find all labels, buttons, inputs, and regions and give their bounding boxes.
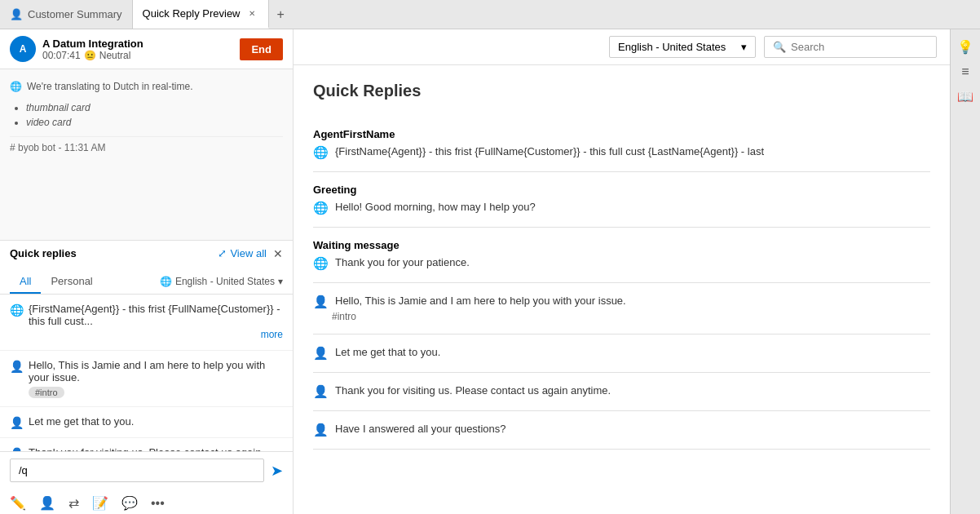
qr-item-text: Thank you for visiting us. Please contac…: [335, 384, 611, 397]
end-button[interactable]: End: [240, 38, 283, 60]
qr-item-label: Let me get that to you.: [29, 415, 134, 428]
compose-icon[interactable]: ✏️: [10, 495, 26, 511]
person-icon: 👤: [313, 384, 329, 399]
tab-quick-reply-preview-label: Quick Reply Preview: [143, 7, 241, 20]
qr-item-text: Hello! Good morning, how may I help you?: [335, 201, 536, 213]
qr-item-text: 👤 Hello, This is Jamie and I am here to …: [10, 359, 283, 398]
main-layout: A A Datum Integration 00:07:41 😐 Neutral…: [0, 29, 980, 514]
chat-input-row: ➤: [10, 459, 283, 482]
quick-replies-header: Quick replies ⤢ View all ✕: [0, 240, 293, 267]
list-item[interactable]: 👤 Hello, This is Jamie and I am here to …: [0, 351, 293, 407]
customer-summary-icon: 👤: [10, 8, 23, 20]
globe-icon: 🌐: [313, 201, 329, 215]
qr-more-label: more: [261, 329, 283, 340]
chat-input[interactable]: [10, 459, 264, 482]
tab-add-icon: +: [277, 7, 285, 22]
globe-icon: 🌐: [313, 145, 329, 160]
globe-icon: 🌐: [313, 256, 329, 271]
qr-lang-label: English - United States: [175, 276, 275, 287]
card-item-thumbnail: thumbnail card: [26, 100, 283, 115]
list-item[interactable]: 👤 Thank you for visiting us. Please cont…: [0, 438, 293, 452]
close-quick-replies-button[interactable]: ✕: [273, 247, 283, 260]
chat-avatar: A: [10, 36, 36, 62]
qr-main-item: 👤 Have I answered all your questions?: [313, 411, 930, 450]
person-icon: 👤: [10, 360, 24, 373]
qr-main-item: Greeting 🌐 Hello! Good morning, how may …: [313, 172, 930, 228]
chat-icon[interactable]: 💬: [121, 495, 138, 511]
qr-tab-all[interactable]: All: [10, 270, 41, 294]
tab-close-button[interactable]: ✕: [245, 7, 258, 20]
qr-item-name: Waiting message: [313, 239, 930, 251]
book-icon[interactable]: 📖: [957, 89, 973, 104]
qr-item-text: Let me get that to you.: [335, 346, 440, 358]
tab-quick-reply-preview[interactable]: Quick Reply Preview ✕: [133, 0, 269, 29]
globe-icon: 🌐: [10, 304, 24, 317]
qr-main-item: 👤 Let me get that to you.: [313, 335, 930, 373]
tab-customer-summary-label: Customer Summary: [28, 8, 122, 20]
qr-more-button[interactable]: more: [29, 327, 283, 342]
person-icon[interactable]: 👤: [39, 495, 55, 511]
person-icon: 👤: [313, 346, 329, 361]
chevron-down-icon: ▾: [278, 276, 283, 287]
list-icon[interactable]: ≡: [961, 64, 969, 79]
right-content: English - United States ▾ 🔍 Quick Replie…: [294, 29, 950, 514]
translation-notice: 🌐 We're translating to Dutch in real-tim…: [10, 76, 283, 97]
lightbulb-icon[interactable]: 💡: [957, 39, 973, 55]
card-item-video: video card: [26, 115, 283, 130]
tab-bar: 👤 Customer Summary Quick Reply Preview ✕…: [0, 0, 980, 29]
qr-list: 🌐 {FirstName{Agent}} - this frist {FullN…: [0, 295, 293, 452]
qr-main-title: Quick Replies: [313, 82, 930, 100]
popout-icon: ⤢: [218, 247, 227, 259]
tab-add-button[interactable]: +: [269, 0, 293, 29]
translation-notice-text: We're translating to Dutch in real-time.: [27, 81, 192, 92]
chat-company: A Datum Integration: [42, 38, 143, 50]
send-button[interactable]: ➤: [271, 462, 283, 480]
qr-main-item: 👤 Hello, This is Jamie and I am here to …: [313, 283, 930, 335]
arrows-icon[interactable]: ⇄: [68, 495, 79, 511]
search-icon: 🔍: [773, 41, 786, 53]
qr-item-text: 🌐 {FirstName{Agent}} - this frist {FullN…: [10, 303, 283, 342]
qr-tag: #intro: [29, 387, 64, 398]
qr-main-item: AgentFirstName 🌐 {FirstName{Agent}} - th…: [313, 117, 930, 172]
search-box: 🔍: [764, 36, 937, 58]
qr-item-label: {FirstName{Agent}} - this frist {FullNam…: [29, 303, 280, 327]
qr-tabs: All Personal 🌐 English - United States ▾: [0, 267, 293, 295]
qr-main-item: Waiting message 🌐 Thank you for your pat…: [313, 228, 930, 283]
note-icon[interactable]: 📝: [92, 495, 108, 511]
chevron-down-icon: ▾: [741, 41, 747, 53]
view-all-button[interactable]: ⤢ View all: [218, 247, 267, 259]
chat-input-area: ➤: [0, 451, 293, 489]
chat-header: A A Datum Integration 00:07:41 😐 Neutral…: [0, 29, 293, 69]
more-icon[interactable]: •••: [151, 496, 165, 511]
right-icon-bar: 💡 ≡ 📖: [950, 29, 980, 514]
qr-item-text: 👤 Let me get that to you.: [10, 415, 283, 429]
search-input[interactable]: [791, 41, 928, 53]
qr-item-text: {FirstName{Agent}} - this frist {FullNam…: [335, 145, 764, 157]
chat-info: A Datum Integration 00:07:41 😐 Neutral: [42, 38, 143, 61]
qr-main-item: 👤 Thank you for visiting us. Please cont…: [313, 373, 930, 411]
language-dropdown[interactable]: English - United States ▾: [609, 36, 756, 58]
globe-icon: 🌐: [160, 276, 172, 287]
qr-tab-personal[interactable]: Personal: [41, 270, 102, 294]
qr-item-text: Have I answered all your questions?: [335, 423, 506, 435]
qr-item-name: Greeting: [313, 184, 930, 196]
chat-header-left: A A Datum Integration 00:07:41 😐 Neutral: [10, 36, 143, 62]
qr-tab-personal-label: Personal: [51, 275, 92, 287]
chat-sentiment: Neutral: [99, 50, 131, 61]
qr-tab-all-label: All: [20, 275, 31, 287]
qr-tab-group: All Personal: [10, 270, 103, 294]
person-icon: 👤: [313, 423, 329, 437]
bot-message: # byob bot - 11:31 AM: [10, 136, 283, 158]
tab-customer-summary[interactable]: 👤 Customer Summary: [0, 0, 133, 29]
right-toolbar: English - United States ▾ 🔍: [294, 29, 950, 65]
left-panel: A A Datum Integration 00:07:41 😐 Neutral…: [0, 29, 294, 514]
list-item[interactable]: 🌐 {FirstName{Agent}} - this frist {FullN…: [0, 295, 293, 351]
qr-language-selector[interactable]: 🌐 English - United States ▾: [160, 273, 283, 290]
right-panel-inner: English - United States ▾ 🔍 Quick Replie…: [294, 29, 980, 514]
quick-replies-actions: ⤢ View all ✕: [218, 247, 283, 260]
list-item[interactable]: 👤 Let me get that to you.: [0, 407, 293, 438]
qr-item-tag: #intro: [332, 311, 930, 322]
qr-item-text: Thank you for your patience.: [335, 256, 470, 268]
person-icon: 👤: [313, 295, 329, 309]
chat-timer: 00:07:41: [42, 50, 81, 61]
